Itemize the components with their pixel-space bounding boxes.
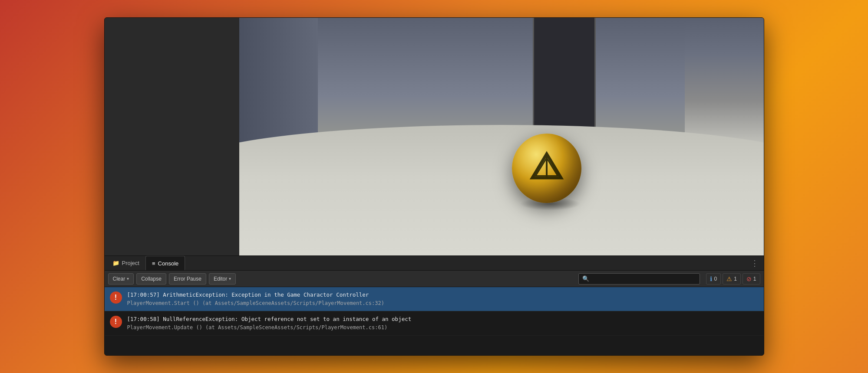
log-main-message: [17:00:58] NullReferenceException: Objec… (127, 315, 759, 324)
error-badge[interactable]: ⊘ 1 (743, 273, 760, 285)
floor-area (239, 125, 764, 255)
folder-icon: 📁 (112, 260, 119, 266)
svg-line-5 (547, 154, 561, 178)
tab-bar: 📁 Project ≡ Console ⋮ (105, 256, 764, 271)
search-icon: 🔍 (582, 275, 589, 282)
log-stack-trace: PlayerMovement.Start () (at Assets/Sampl… (127, 299, 759, 308)
svg-line-4 (532, 154, 547, 178)
log-error-icon: ! (110, 291, 122, 304)
log-stack-trace: PlayerMovement.Update () (at Assets/Samp… (127, 324, 759, 332)
tab-project-label: Project (122, 260, 139, 266)
clear-button[interactable]: Clear ▾ (108, 273, 134, 285)
tab-console[interactable]: ≡ Console (145, 256, 185, 270)
collapse-button[interactable]: Collapse (136, 273, 166, 285)
log-list: ![17:00:57] ArithmeticException: Excepti… (105, 287, 764, 355)
collapse-label: Collapse (141, 276, 162, 282)
editor-dropdown-arrow: ▾ (229, 276, 231, 281)
log-entry-text: [17:00:58] NullReferenceException: Objec… (127, 315, 759, 332)
log-main-message: [17:00:57] ArithmeticException: Exceptio… (127, 291, 759, 299)
info-count: 0 (714, 276, 717, 282)
warn-count: 1 (734, 276, 737, 282)
error-pause-label: Error Pause (174, 276, 201, 282)
editor-label: Editor (214, 276, 227, 282)
clear-label: Clear (113, 276, 125, 282)
tab-console-label: Console (158, 260, 179, 267)
unity-editor-window: 📁 Project ≡ Console ⋮ Clear ▾ Collapse E… (104, 17, 764, 356)
game-viewport (239, 18, 764, 255)
tab-project[interactable]: 📁 Project (106, 256, 145, 270)
search-input[interactable] (591, 276, 696, 282)
left-panel (105, 18, 239, 255)
log-error-icon: ! (110, 316, 122, 328)
warn-icon: ⚠ (726, 275, 732, 282)
badge-group: ℹ 0 ⚠ 1 ⊘ 1 (706, 273, 760, 285)
error-icon: ⊘ (746, 275, 752, 282)
unity-logo-icon (529, 151, 564, 186)
scene-background (239, 18, 764, 255)
clear-dropdown-arrow: ▾ (127, 276, 129, 281)
info-badge[interactable]: ℹ 0 (706, 273, 721, 285)
tab-bar-menu-icon[interactable]: ⋮ (747, 258, 762, 268)
door-opening (533, 18, 596, 132)
top-area (105, 18, 764, 255)
console-toolbar: Clear ▾ Collapse Error Pause Editor ▾ 🔍 … (105, 271, 764, 287)
log-entry[interactable]: ![17:00:57] ArithmeticException: Excepti… (105, 287, 764, 311)
error-pause-button[interactable]: Error Pause (169, 273, 206, 285)
log-entry[interactable]: ![17:00:58] NullReferenceException: Obje… (105, 311, 764, 336)
warn-badge[interactable]: ⚠ 1 (723, 273, 741, 285)
search-box[interactable]: 🔍 (578, 273, 700, 285)
info-icon: ℹ (710, 275, 712, 282)
gold-sphere (512, 134, 581, 203)
console-area: 📁 Project ≡ Console ⋮ Clear ▾ Collapse E… (105, 255, 764, 355)
log-entry-text: [17:00:57] ArithmeticException: Exceptio… (127, 291, 759, 308)
editor-button[interactable]: Editor ▾ (209, 273, 236, 285)
console-icon: ≡ (152, 260, 155, 267)
error-count: 1 (753, 276, 756, 282)
